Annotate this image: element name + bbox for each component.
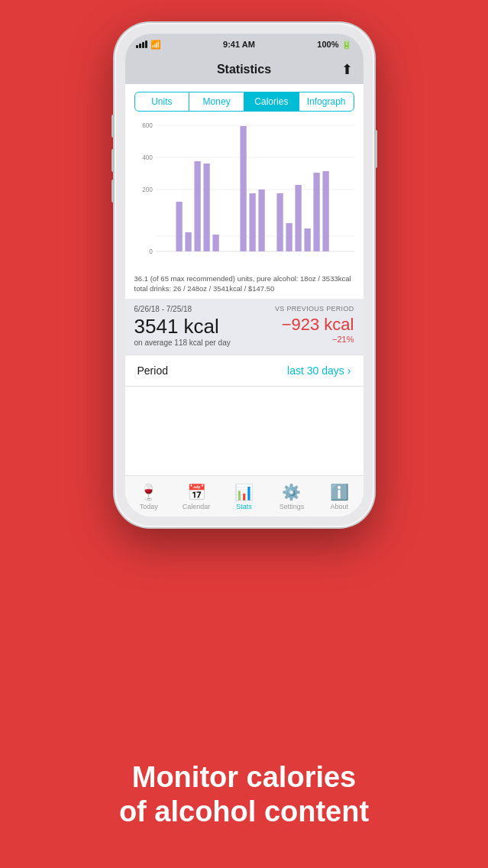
about-label: About bbox=[331, 503, 349, 510]
signal-icon bbox=[136, 40, 147, 48]
battery-label: 100% bbox=[317, 40, 338, 49]
stats-section: 6/26/18 - 7/25/18 VS PREVIOUS PERIOD 354… bbox=[125, 299, 364, 355]
tab-calories[interactable]: Calories bbox=[244, 92, 299, 111]
tab-today[interactable]: 🍷 Today bbox=[125, 483, 173, 510]
period-row[interactable]: Period last 30 days › bbox=[125, 355, 364, 387]
tab-infograph[interactable]: Infograph bbox=[299, 92, 354, 111]
nav-bar: Statistics ⬆ bbox=[125, 55, 364, 84]
svg-rect-15 bbox=[212, 235, 218, 251]
about-icon: ℹ️ bbox=[330, 483, 349, 501]
bottom-line2: of alcohol content bbox=[0, 795, 488, 830]
chart-note: 36.1 (of 65 max recommended) units, pure… bbox=[134, 274, 354, 294]
status-time: 9:41 AM bbox=[223, 40, 255, 49]
svg-rect-22 bbox=[276, 193, 283, 251]
share-icon[interactable]: ⬆ bbox=[341, 61, 353, 78]
stats-vs-label: VS PREVIOUS PERIOD bbox=[275, 305, 354, 313]
status-bar: 📶 9:41 AM 100% 🔋 bbox=[125, 34, 364, 55]
settings-icon: ⚙️ bbox=[282, 483, 301, 501]
svg-rect-24 bbox=[295, 185, 301, 251]
phone-screen: 📶 9:41 AM 100% 🔋 Statistics ⬆ Units Mone… bbox=[125, 34, 364, 517]
svg-rect-19 bbox=[249, 193, 255, 251]
stats-main-value: 3541 kcal bbox=[134, 315, 231, 338]
bottom-text: Monitor calories of alcohol content bbox=[0, 760, 488, 830]
chart-area: 600 400 200 0 bbox=[134, 118, 354, 270]
tab-stats[interactable]: 📊 Stats bbox=[220, 483, 267, 510]
svg-text:600: 600 bbox=[142, 121, 153, 129]
calendar-icon: 📅 bbox=[187, 483, 206, 501]
svg-rect-18 bbox=[240, 126, 246, 251]
svg-rect-27 bbox=[322, 171, 328, 251]
today-icon: 🍷 bbox=[139, 483, 158, 501]
svg-text:0: 0 bbox=[149, 248, 153, 255]
calendar-label: Calendar bbox=[183, 503, 211, 510]
today-label: Today bbox=[140, 503, 158, 510]
chevron-right-icon: › bbox=[347, 364, 351, 377]
bottom-line1: Monitor calories bbox=[0, 760, 488, 795]
phone-frame: 📶 9:41 AM 100% 🔋 Statistics ⬆ Units Mone… bbox=[115, 23, 374, 527]
tab-about[interactable]: ℹ️ About bbox=[315, 483, 363, 510]
stats-icon: 📊 bbox=[234, 483, 254, 501]
nav-title: Statistics bbox=[217, 63, 271, 76]
wifi-icon: 📶 bbox=[150, 40, 161, 50]
stats-diff-value: −923 kcal bbox=[282, 315, 354, 335]
svg-rect-26 bbox=[313, 173, 319, 251]
period-value-text: last 30 days bbox=[287, 364, 344, 377]
battery-icon: 🔋 bbox=[341, 40, 352, 50]
stats-avg-text: on average 118 kcal per day bbox=[134, 338, 231, 347]
tab-calendar[interactable]: 📅 Calendar bbox=[173, 483, 220, 510]
svg-rect-11 bbox=[176, 202, 182, 251]
settings-label: Settings bbox=[280, 503, 305, 510]
svg-rect-14 bbox=[203, 164, 209, 251]
stats-label: Stats bbox=[236, 503, 252, 510]
bar-chart: 600 400 200 0 bbox=[134, 118, 354, 270]
tab-money[interactable]: Money bbox=[189, 92, 244, 111]
svg-rect-12 bbox=[185, 232, 191, 251]
tab-units[interactable]: Units bbox=[135, 92, 190, 111]
chart-note-line2: total drinks: 26 / 248oz / 3541kcal / $1… bbox=[134, 283, 354, 293]
svg-rect-25 bbox=[304, 228, 310, 251]
svg-rect-20 bbox=[258, 189, 264, 251]
stats-pct-diff: −21% bbox=[282, 335, 354, 344]
svg-text:400: 400 bbox=[142, 154, 153, 161]
tab-bar: 🍷 Today 📅 Calendar 📊 Stats ⚙️ Settings ℹ… bbox=[125, 475, 364, 517]
segment-tabs: Units Money Calories Infograph bbox=[134, 92, 354, 112]
period-label: Period bbox=[137, 364, 168, 377]
stats-date-range: 6/26/18 - 7/25/18 bbox=[134, 305, 192, 313]
svg-rect-23 bbox=[286, 223, 292, 251]
svg-text:200: 200 bbox=[142, 186, 153, 193]
chart-note-line1: 36.1 (of 65 max recommended) units, pure… bbox=[134, 274, 354, 283]
svg-rect-13 bbox=[194, 161, 200, 251]
period-value: last 30 days › bbox=[287, 364, 351, 377]
tab-settings[interactable]: ⚙️ Settings bbox=[268, 483, 315, 510]
